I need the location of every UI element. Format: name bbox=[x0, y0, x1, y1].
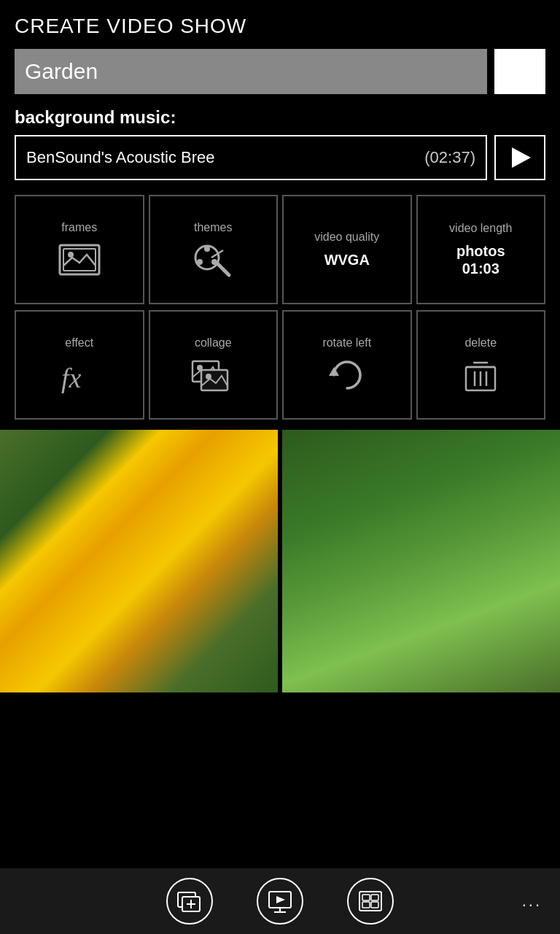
more-options-button[interactable]: ... bbox=[522, 892, 542, 911]
rotate-left-button[interactable]: rotate left bbox=[282, 310, 412, 420]
title-input-row bbox=[0, 49, 560, 94]
add-photos-button[interactable] bbox=[166, 878, 213, 925]
music-row: BenSound's Acoustic Bree (02:37) bbox=[0, 135, 560, 180]
video-quality-button[interactable]: video quality WVGA bbox=[282, 195, 412, 304]
music-duration: (02:37) bbox=[424, 148, 475, 167]
background-music-label: background music: bbox=[0, 107, 560, 135]
page-title: CREATE VIDEO SHOW bbox=[0, 0, 560, 49]
svg-rect-31 bbox=[371, 895, 378, 900]
svg-line-7 bbox=[217, 263, 229, 275]
flower-image bbox=[0, 430, 278, 692]
video-length-photos: photos bbox=[456, 242, 505, 260]
collage-icon bbox=[191, 357, 235, 393]
frames-icon bbox=[58, 242, 101, 278]
grass-image bbox=[282, 430, 560, 692]
delete-button[interactable]: delete bbox=[416, 310, 546, 420]
color-swatch-button[interactable] bbox=[494, 49, 545, 94]
slideshow-button[interactable] bbox=[347, 878, 394, 925]
effect-label: effect bbox=[65, 336, 93, 350]
themes-label: themes bbox=[194, 221, 232, 234]
svg-point-4 bbox=[204, 246, 210, 252]
collage-label: collage bbox=[195, 336, 232, 350]
add-photos-icon bbox=[176, 888, 203, 914]
svg-point-6 bbox=[197, 259, 203, 265]
svg-point-2 bbox=[68, 252, 74, 258]
video-title-input[interactable] bbox=[15, 49, 487, 94]
themes-button[interactable]: themes bbox=[149, 195, 279, 304]
frames-label: frames bbox=[61, 221, 97, 234]
music-title: BenSound's Acoustic Bree bbox=[26, 148, 414, 167]
play-triangle-icon bbox=[512, 147, 531, 168]
svg-text:fx: fx bbox=[61, 363, 82, 393]
delete-icon bbox=[459, 357, 502, 393]
rotate-left-label: rotate left bbox=[322, 336, 371, 350]
slideshow-icon bbox=[357, 888, 384, 914]
video-quality-label: video quality bbox=[314, 231, 379, 244]
video-length-label: video length bbox=[449, 222, 512, 235]
photos-grid bbox=[0, 425, 560, 692]
play-music-button[interactable] bbox=[494, 135, 545, 180]
music-info[interactable]: BenSound's Acoustic Bree (02:37) bbox=[15, 135, 487, 180]
svg-rect-32 bbox=[362, 902, 370, 908]
svg-marker-14 bbox=[329, 367, 339, 376]
preview-icon bbox=[267, 888, 293, 914]
collage-button[interactable]: collage bbox=[149, 310, 279, 420]
effect-icon: fx bbox=[58, 357, 101, 393]
bottom-bar: ... bbox=[0, 868, 560, 934]
photo-thumb-2[interactable] bbox=[282, 430, 560, 692]
rotate-left-icon bbox=[325, 357, 369, 393]
grid-buttons-row1: frames themes video quality WVGA video l… bbox=[0, 195, 560, 304]
themes-icon bbox=[191, 242, 235, 278]
video-length-time: 01:03 bbox=[456, 260, 505, 277]
frames-button[interactable]: frames bbox=[15, 195, 144, 304]
preview-button[interactable] bbox=[257, 878, 303, 925]
grid-buttons-row2: effect fx collage rotate left delete bbox=[0, 310, 560, 420]
effect-button[interactable]: effect fx bbox=[15, 310, 144, 420]
delete-label: delete bbox=[464, 336, 497, 350]
photo-thumb-1[interactable] bbox=[0, 430, 278, 692]
video-quality-value: WVGA bbox=[324, 251, 370, 269]
video-length-button[interactable]: video length photos 01:03 bbox=[416, 195, 546, 304]
video-length-value: photos 01:03 bbox=[456, 242, 505, 277]
svg-rect-33 bbox=[371, 902, 378, 908]
svg-rect-30 bbox=[362, 895, 370, 900]
svg-marker-28 bbox=[276, 896, 285, 903]
